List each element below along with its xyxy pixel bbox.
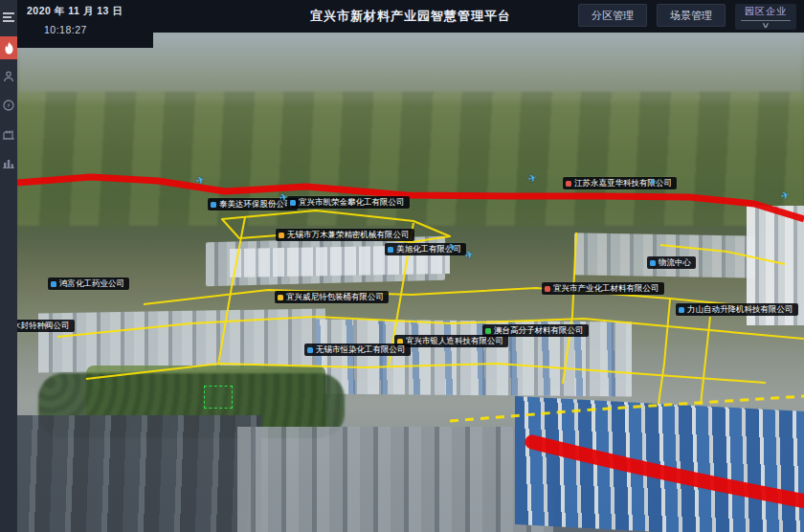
company-label[interactable]: 宜兴市产业化工材料有限公司 bbox=[542, 282, 664, 295]
company-marker-icon bbox=[278, 295, 283, 300]
gauge-icon bbox=[3, 100, 14, 111]
company-marker-icon bbox=[650, 260, 656, 266]
enterprise-dropdown[interactable]: 园区企业 ∨ bbox=[735, 4, 796, 30]
app-root: { "header": { "date": "2020 年 11 月 13 日"… bbox=[0, 0, 804, 532]
company-label-text: 宜兴市产业化工材料有限公司 bbox=[553, 283, 659, 295]
person-icon bbox=[3, 71, 14, 82]
company-label-text: 物流中心 bbox=[659, 257, 691, 269]
company-label-text: 鸿富化工药业公司 bbox=[59, 278, 124, 290]
company-label[interactable]: 美旭化工有限公司 bbox=[385, 243, 466, 255]
company-marker-icon bbox=[388, 247, 393, 253]
company-label[interactable]: 江苏永嘉亚华科技有限公司 bbox=[563, 177, 677, 189]
company-marker-icon bbox=[307, 347, 313, 353]
company-marker-icon bbox=[545, 286, 550, 292]
company-label-text: 无锡市万木兼荣精密机械有限公司 bbox=[287, 230, 410, 241]
map-3d-view[interactable] bbox=[17, 33, 804, 532]
company-marker-icon bbox=[279, 233, 284, 238]
company-label[interactable]: 宜兴威尼特包装桶有限公司 bbox=[275, 291, 389, 303]
company-label-text: 宜兴市凯荣金攀化工有限公司 bbox=[299, 197, 405, 209]
scenery-factory-cluster bbox=[574, 233, 756, 277]
sidebar-item-menu[interactable] bbox=[0, 6, 17, 29]
factory-icon bbox=[3, 128, 14, 140]
scenery-factory-cluster bbox=[38, 308, 325, 372]
company-marker-icon bbox=[51, 281, 56, 287]
company-label-text: 美旭化工有限公司 bbox=[396, 244, 461, 255]
company-marker-icon bbox=[485, 328, 491, 334]
current-date: 2020 年 11 月 13 日 bbox=[27, 5, 153, 18]
sidebar-item-enterprise[interactable] bbox=[0, 122, 17, 145]
company-marker-icon bbox=[679, 307, 684, 313]
company-label[interactable]: 宜兴市凯荣金攀化工有限公司 bbox=[287, 196, 410, 209]
sidebar bbox=[0, 0, 17, 532]
header-actions: 分区管理 场景管理 园区企业 ∨ bbox=[578, 4, 796, 30]
company-label-text: 无锡市恒染化工有限公司 bbox=[316, 344, 406, 356]
company-label[interactable]: 鸿富化工药业公司 bbox=[48, 277, 129, 290]
flame-icon bbox=[4, 42, 14, 55]
company-label[interactable]: 物流中心 bbox=[647, 256, 696, 269]
scene-management-button[interactable]: 场景管理 bbox=[657, 4, 726, 27]
company-label-text: 宜兴威尼特包装桶有限公司 bbox=[286, 292, 384, 303]
company-label[interactable]: 力山自动升降机科技有限公司 bbox=[676, 303, 798, 316]
scenery-farmland bbox=[17, 92, 804, 226]
scenery-industrial-gray bbox=[237, 427, 553, 532]
company-label[interactable]: 宜兴市银人造科技有限公司 bbox=[394, 335, 508, 347]
company-marker-icon bbox=[290, 200, 296, 206]
current-time: 10:18:27 bbox=[44, 24, 153, 35]
sidebar-item-monitor[interactable] bbox=[0, 94, 17, 117]
company-label[interactable]: 无锡市万木兼荣精密机械有限公司 bbox=[276, 229, 414, 241]
company-label-text: 力山自动升降机科技有限公司 bbox=[687, 304, 793, 316]
zone-management-button[interactable]: 分区管理 bbox=[578, 4, 647, 27]
company-marker-icon bbox=[211, 202, 216, 208]
company-marker-icon bbox=[566, 181, 571, 187]
company-label-text: 泰美达环保股份公司 bbox=[219, 199, 293, 211]
sidebar-item-alert[interactable] bbox=[0, 65, 17, 88]
sidebar-item-fire[interactable] bbox=[0, 36, 17, 59]
bar-chart-icon bbox=[3, 157, 14, 168]
enterprise-dropdown-value: 园区企业 bbox=[741, 5, 791, 21]
sidebar-item-stats[interactable] bbox=[0, 151, 17, 174]
scenery-blue-roofs bbox=[515, 396, 804, 532]
datetime-panel: 2020 年 11 月 13 日 10:18:27 bbox=[17, 0, 153, 48]
company-label[interactable]: 无锡市恒染化工有限公司 bbox=[304, 344, 411, 356]
chevron-down-icon: ∨ bbox=[761, 23, 770, 29]
company-label[interactable]: 泰美达环保股份公司 bbox=[208, 198, 298, 211]
hamburger-icon bbox=[3, 12, 14, 22]
company-label-text: 宜兴市银人造科技有限公司 bbox=[406, 336, 503, 347]
company-label-text: 江苏永嘉亚华科技有限公司 bbox=[574, 178, 672, 189]
scenery-industrial-dark bbox=[17, 415, 261, 532]
